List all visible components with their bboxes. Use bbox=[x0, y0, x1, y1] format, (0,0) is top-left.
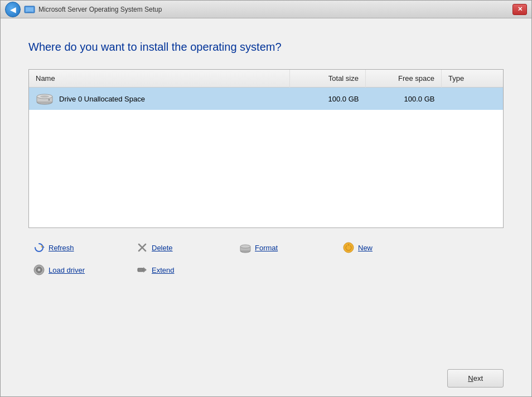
load-driver-label: Load driver bbox=[49, 266, 85, 274]
row-type-cell bbox=[442, 88, 504, 110]
row-name-cell: Drive 0 Unallocated Space bbox=[29, 88, 290, 110]
drive-icon bbox=[36, 92, 54, 105]
delete-button[interactable]: Delete bbox=[132, 239, 235, 256]
col-type: Type bbox=[442, 70, 504, 88]
window: ◀ Microsoft Server Operating System Setu… bbox=[0, 0, 532, 397]
extend-icon bbox=[136, 264, 148, 276]
refresh-icon bbox=[33, 241, 45, 254]
window-title: Microsoft Server Operating System Setup bbox=[38, 6, 512, 13]
col-name: Name bbox=[29, 70, 290, 88]
svg-point-6 bbox=[40, 95, 49, 98]
next-label: ext bbox=[473, 374, 483, 383]
row-free-space-cell: 100.0 GB bbox=[366, 88, 442, 110]
delete-label: Delete bbox=[152, 244, 173, 252]
disk-table-container: Name Total size Free space Type bbox=[28, 69, 504, 228]
table-row[interactable]: Drive 0 Unallocated Space 100.0 GB 100.0… bbox=[29, 88, 503, 110]
svg-point-16 bbox=[348, 244, 350, 246]
delete-icon bbox=[136, 241, 148, 254]
format-button[interactable]: Format bbox=[235, 239, 338, 256]
main-content: Where do you want to install the operati… bbox=[1, 18, 531, 360]
actions-row-1: Refresh Delete bbox=[28, 239, 504, 256]
load-driver-button[interactable]: Load driver bbox=[28, 262, 132, 278]
svg-rect-1 bbox=[26, 7, 33, 12]
svg-point-7 bbox=[49, 99, 50, 101]
new-button[interactable]: New bbox=[338, 239, 441, 256]
refresh-label: Refresh bbox=[49, 244, 74, 252]
load-driver-icon bbox=[33, 264, 45, 276]
svg-point-19 bbox=[38, 269, 40, 271]
new-label: New bbox=[358, 244, 373, 252]
format-icon bbox=[239, 241, 252, 254]
col-total-size: Total size bbox=[290, 70, 366, 88]
bottom-bar: Next bbox=[1, 360, 531, 396]
actions-row-2: Load driver Extend bbox=[28, 262, 504, 278]
back-button[interactable]: ◀ bbox=[5, 2, 21, 17]
svg-rect-20 bbox=[138, 268, 143, 272]
svg-rect-2 bbox=[27, 12, 32, 13]
format-label: Format bbox=[255, 244, 278, 252]
row-total-size-cell: 100.0 GB bbox=[290, 88, 366, 110]
svg-point-14 bbox=[240, 245, 250, 248]
refresh-button[interactable]: Refresh bbox=[28, 239, 132, 256]
col-free-space: Free space bbox=[366, 70, 442, 88]
extend-button[interactable]: Extend bbox=[132, 262, 235, 278]
close-button[interactable]: ✕ bbox=[512, 4, 527, 15]
next-button[interactable]: Next bbox=[447, 369, 504, 388]
extend-label: Extend bbox=[152, 266, 174, 274]
table-header-row: Name Total size Free space Type bbox=[29, 70, 503, 88]
disk-table: Name Total size Free space Type bbox=[29, 70, 503, 110]
app-icon bbox=[24, 4, 35, 15]
svg-marker-21 bbox=[143, 267, 147, 273]
title-bar: ◀ Microsoft Server Operating System Setu… bbox=[1, 1, 531, 18]
actions-area: Refresh Delete bbox=[28, 239, 504, 278]
new-icon bbox=[342, 241, 355, 254]
page-question: Where do you want to install the operati… bbox=[28, 41, 504, 54]
